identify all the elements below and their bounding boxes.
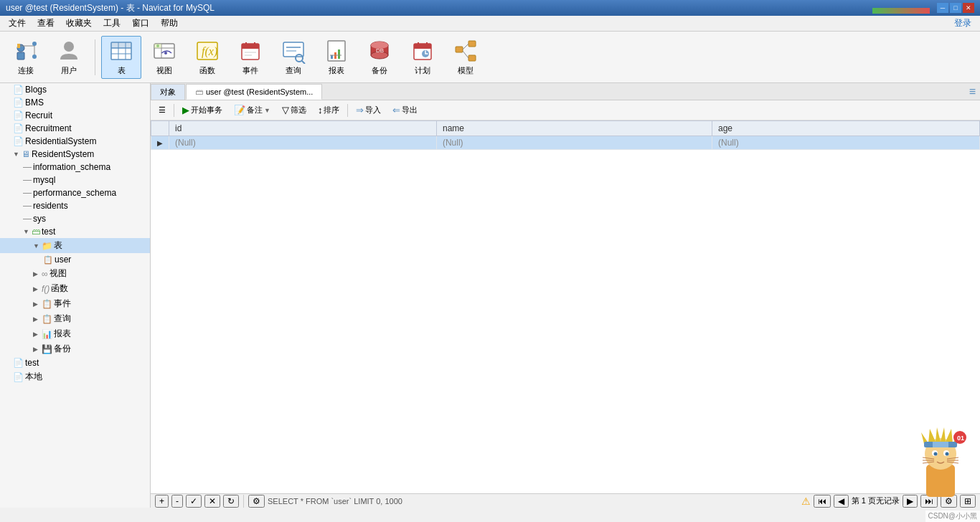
comment-button[interactable]: 📝 备注 ▼ [229,103,275,118]
sidebar-item-residentialsystem[interactable]: 📄 ResidentialSystem [0,135,150,148]
toolbar-model-label: 模型 [458,65,473,76]
svg-point-7 [64,42,74,52]
menu-favorites[interactable]: 收藏夹 [60,16,98,31]
progress-indicator [872,8,930,14]
sidebar-item-recruitment[interactable]: 📄 Recruitment [0,122,150,135]
refresh-button[interactable]: ↻ [223,495,239,508]
begin-transaction-button[interactable]: ▶ 开始事务 [177,103,227,118]
toolbar-connect[interactable]: 连接 [6,36,46,79]
minimize-button[interactable]: ─ [937,3,948,13]
sidebar-item-local[interactable]: 📄 本地 [0,369,150,384]
sidebar-item-views[interactable]: ▶ ∞ 视图 [0,266,150,281]
toolbar-query[interactable]: 查询 [273,36,314,79]
last-page-button[interactable]: ⏭ [920,495,938,508]
svg-rect-34 [331,55,333,59]
col-header-id[interactable]: id [169,121,437,136]
toolbar-backup-label: 备份 [372,65,387,76]
menu-window[interactable]: 窗口 [126,16,155,31]
tab-table[interactable]: 🗃 user @test (ResidentSystem... [186,84,322,100]
tables-expand: ▼ [33,242,40,250]
tab-extra-button[interactable]: ≡ [965,84,980,100]
reports-expand: ▶ [33,331,40,338]
report-icon [324,38,349,64]
sidebar-item-residents[interactable]: — residents [0,199,150,212]
hamburger-menu-button[interactable]: ☰ [154,103,171,117]
comment-icon: 📝 [234,105,245,115]
toolbar-function[interactable]: f(x) 函数 [187,36,227,79]
local-icon: 📄 [13,372,24,382]
sidebar-item-residentsystem[interactable]: ▼ 🖥 ResidentSystem [0,148,150,161]
import-button[interactable]: ⇒ 导入 [351,103,386,118]
menu-file[interactable]: 文件 [3,16,32,31]
sidebar-label-residentialsystem: ResidentialSystem [25,136,96,146]
sidebar-item-queries[interactable]: ▶ 📋 查询 [0,311,150,326]
toolbar-user[interactable]: 用户 [49,36,89,79]
import-label: 导入 [365,105,381,115]
sidebar-item-tables[interactable]: ▼ 📁 表 [0,238,150,253]
function-icon: f(x) [194,38,220,64]
view-icon [151,38,177,64]
recruitment-icon: 📄 [13,123,24,133]
toolbar-model[interactable]: 模型 [446,36,486,79]
svg-rect-44 [414,44,431,49]
close-button[interactable]: ✕ [963,3,974,13]
col-header-age[interactable]: age [712,121,980,136]
cell-id[interactable]: (Null) [169,136,437,150]
svg-line-51 [463,44,468,49]
sidebar-item-blogs[interactable]: 📄 Blogs [0,83,150,96]
maximize-button[interactable]: □ [950,3,961,13]
statusbar-sep [243,495,244,508]
cell-name[interactable]: (Null) [436,136,712,150]
confirm-button[interactable]: ✓ [186,495,202,508]
filter-button[interactable]: ▽ 筛选 [277,103,311,118]
sidebar-item-user-table[interactable]: 📋 user [0,253,150,266]
comment-label: 备注 [247,105,263,115]
login-area[interactable]: 登录 [954,17,977,29]
menu-tools[interactable]: 工具 [98,16,126,31]
first-page-button[interactable]: ⏮ [814,495,831,508]
sidebar-item-test-local[interactable]: 📄 test [0,356,150,369]
settings-button[interactable]: ⚙ [941,495,957,508]
cell-age[interactable]: (Null) [712,136,980,150]
sidebar-item-mysql[interactable]: — mysql [0,174,150,186]
sidebar-item-test-db[interactable]: ▼ 🗃 test [0,225,150,238]
toolbar-backup[interactable]: DB 备份 [359,36,400,79]
toolbar-table[interactable]: 表 [101,36,141,79]
tab-objects[interactable]: 对象 [151,84,185,100]
sidebar-item-information-schema[interactable]: — information_schema [0,161,150,174]
svg-text:f(x): f(x) [202,45,217,58]
cancel-edit-button[interactable]: ✕ [204,495,220,508]
main-area: 📄 Blogs 📄 BMS 📄 Recruit 📄 Recruitment 📄 … [0,83,980,508]
toolbar-view[interactable]: 视图 [144,36,184,79]
prev-page-button[interactable]: ◀ [834,495,849,508]
sort-button[interactable]: ↕ 排序 [313,103,345,118]
sidebar-item-functions[interactable]: ▶ f() 函数 [0,281,150,296]
toolbar-event[interactable]: 事件 [230,36,270,79]
sidebar-item-backups[interactable]: ▶ 💾 备份 [0,341,150,356]
statusbar: + - ✓ ✕ ↻ ⚙ SELECT * FROM `user` LIMIT 0… [151,493,980,508]
config-button[interactable]: ⚙ [248,495,265,508]
toolbar-report[interactable]: 报表 [316,36,357,79]
next-page-button[interactable]: ▶ [903,495,918,508]
sidebar-item-reports[interactable]: ▶ 📊 报表 [0,326,150,341]
table-row[interactable]: ▶ (Null) (Null) (Null) [151,136,980,150]
event-icon [237,38,263,64]
query-icon [281,38,306,64]
menu-help[interactable]: 帮助 [155,16,184,31]
add-record-button[interactable]: + [155,495,169,508]
information-schema-icon: — [23,162,32,172]
data-table: id name age ▶ (Null) (Null) (Null) [151,120,980,150]
sidebar-item-bms[interactable]: 📄 BMS [0,96,150,109]
grid-view-button[interactable]: ⊞ [960,495,976,508]
sidebar-item-events[interactable]: ▶ 📋 事件 [0,296,150,311]
views-expand: ▶ [33,270,40,277]
toolbar-schedule[interactable]: 计划 [402,36,443,79]
sidebar-item-performance-schema[interactable]: — performance_schema [0,186,150,199]
delete-record-button[interactable]: - [171,495,183,508]
menu-view[interactable]: 查看 [32,16,60,31]
sidebar-item-recruit[interactable]: 📄 Recruit [0,109,150,122]
backups-icon: 💾 [42,344,52,354]
col-header-name[interactable]: name [436,121,712,136]
export-button[interactable]: ⇐ 导出 [387,103,423,118]
sidebar-item-sys[interactable]: — sys [0,212,150,225]
